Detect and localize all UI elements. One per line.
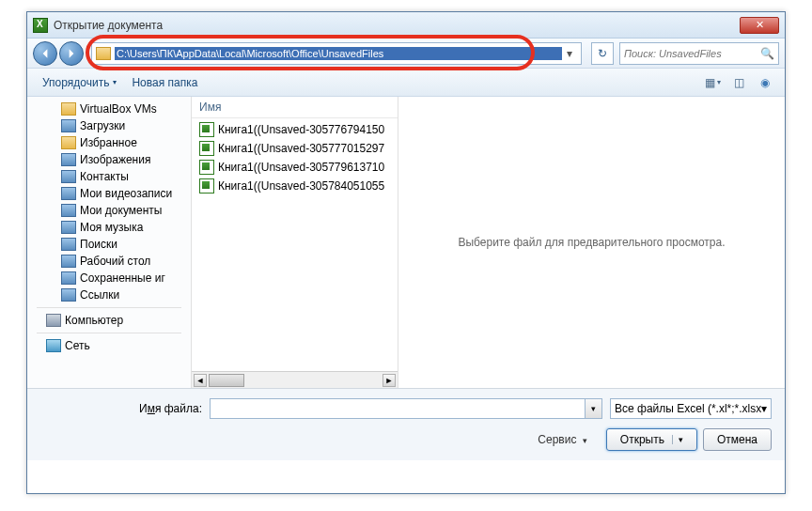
tree-item-network[interactable]: Сеть <box>27 337 191 354</box>
folder-icon <box>61 204 76 217</box>
new-folder-button[interactable]: Новая папка <box>124 72 205 93</box>
filename-input[interactable] <box>210 398 586 419</box>
chevron-down-icon: ▾ <box>113 78 117 86</box>
tree-label: Загрузки <box>80 119 125 132</box>
search-box[interactable]: 🔍 <box>619 42 779 65</box>
folder-icon <box>61 119 76 132</box>
open-label: Открыть <box>620 433 664 446</box>
tree-label: Сеть <box>65 339 90 352</box>
tree-item[interactable]: Мои документы <box>27 202 191 219</box>
open-file-dialog: Открытие документа ✕ ▾ ↻ 🔍 Упорядочить ▾… <box>26 11 786 494</box>
tree-item[interactable]: Моя музыка <box>27 219 191 236</box>
cancel-label: Отмена <box>717 433 757 446</box>
chevron-down-icon[interactable]: ▾ <box>672 435 683 444</box>
tree-label: Рабочий стол <box>80 255 150 268</box>
horizontal-scrollbar[interactable]: ◄ ► <box>192 371 398 388</box>
chevron-down-icon: ▾ <box>761 402 767 415</box>
tree-label: Мои документы <box>80 204 162 217</box>
tree-item[interactable]: Ссылки <box>27 286 191 303</box>
excel-file-icon <box>199 122 214 137</box>
file-item[interactable]: Книга1((Unsaved-305776794150 <box>192 120 398 139</box>
tree-label: Избранное <box>80 136 137 149</box>
scroll-thumb[interactable] <box>209 374 244 387</box>
folder-icon <box>61 238 76 251</box>
chevron-down-icon: ▾ <box>583 436 587 445</box>
file-name: Книга1((Unsaved-305776794150 <box>218 123 384 136</box>
tree-item[interactable]: Сохраненные иг <box>27 270 191 286</box>
view-mode-button[interactable]: ▦▾ <box>700 72 725 93</box>
tree-label: Сохраненные иг <box>80 271 165 285</box>
tree-item[interactable]: Избранное <box>27 134 191 151</box>
folder-icon <box>96 47 111 60</box>
toolbar: Упорядочить ▾ Новая папка ▦▾ ◫ ◉ <box>27 69 785 97</box>
excel-file-icon <box>199 160 214 175</box>
folder-icon <box>61 271 76 285</box>
network-icon <box>46 339 61 352</box>
file-type-filter[interactable]: Все файлы Excel (*.xl*;*.xlsx;*.xl ▾ <box>610 398 772 419</box>
cancel-button[interactable]: Отмена <box>703 428 772 451</box>
search-input[interactable] <box>624 48 758 59</box>
tree-label: Контакты <box>80 170 129 183</box>
scroll-right-button[interactable]: ► <box>383 374 396 387</box>
preview-pane-button[interactable]: ◫ <box>726 72 751 93</box>
address-dropdown[interactable]: ▾ <box>562 47 577 60</box>
refresh-button[interactable]: ↻ <box>591 42 614 65</box>
tree-label: Ссылки <box>80 288 119 302</box>
folder-icon <box>61 136 76 149</box>
tree-label: Компьютер <box>65 314 123 327</box>
tree-item[interactable]: Поиски <box>27 236 191 253</box>
folder-icon <box>61 170 76 183</box>
address-input[interactable] <box>115 47 562 60</box>
tree-item[interactable]: VirtualBox VMs <box>27 101 191 117</box>
open-button[interactable]: Открыть ▾ <box>606 428 697 451</box>
file-name: Книга1((Unsaved-305779613710 <box>218 161 384 174</box>
excel-app-icon <box>33 18 48 33</box>
folder-icon <box>61 153 76 166</box>
preview-placeholder: Выберите файл для предварительного просм… <box>458 236 725 249</box>
tree-item-computer[interactable]: Компьютер <box>27 312 191 329</box>
tree-label: Моя музыка <box>80 221 143 234</box>
tree-item[interactable]: Мои видеозаписи <box>27 185 191 202</box>
nav-bar: ▾ ↻ 🔍 <box>27 39 785 69</box>
nav-back-button[interactable] <box>33 41 57 66</box>
filename-label: Имя файла: <box>40 402 210 415</box>
search-icon: 🔍 <box>760 47 774 60</box>
tree-item[interactable]: Контакты <box>27 168 191 185</box>
new-folder-label: Новая папка <box>132 76 197 89</box>
tools-menu[interactable]: Сервис ▾ <box>532 429 592 450</box>
folder-tree[interactable]: VirtualBox VMs Загрузки Избранное Изобра… <box>27 97 192 388</box>
tree-item[interactable]: Рабочий стол <box>27 253 191 270</box>
file-list: Имя Книга1((Unsaved-305776794150 Книга1(… <box>192 97 398 388</box>
file-item[interactable]: Книга1((Unsaved-305779613710 <box>192 158 398 177</box>
file-name: Книга1((Unsaved-305784051055 <box>218 179 384 193</box>
bottom-panel: Имя файла: ▾ Все файлы Excel (*.xl*;*.xl… <box>27 388 785 460</box>
tree-label: Изображения <box>80 153 150 166</box>
help-button[interactable]: ◉ <box>753 72 777 93</box>
folder-icon <box>61 187 76 200</box>
tree-label: Мои видеозаписи <box>80 187 172 200</box>
scroll-left-button[interactable]: ◄ <box>194 374 207 387</box>
filename-dropdown[interactable]: ▾ <box>586 398 602 419</box>
tree-label: Поиски <box>80 238 117 251</box>
folder-icon <box>61 102 76 116</box>
tools-label: Сервис <box>538 433 576 446</box>
file-item[interactable]: Книга1((Unsaved-305784051055 <box>192 177 398 195</box>
tree-label: VirtualBox VMs <box>80 102 157 116</box>
titlebar: Открытие документа ✕ <box>27 12 785 39</box>
nav-forward-button[interactable] <box>59 41 84 66</box>
excel-file-icon <box>199 141 214 156</box>
file-item[interactable]: Книга1((Unsaved-305777015297 <box>192 139 398 158</box>
folder-icon <box>61 288 76 302</box>
computer-icon <box>46 314 61 327</box>
organize-menu[interactable]: Упорядочить ▾ <box>35 72 124 93</box>
window-title: Открытие документа <box>54 19 740 32</box>
preview-pane: Выберите файл для предварительного просм… <box>398 97 785 388</box>
close-button[interactable]: ✕ <box>740 17 779 34</box>
filter-label: Все файлы Excel (*.xl*;*.xlsx;*.xl <box>615 402 761 415</box>
address-bar[interactable]: ▾ <box>91 42 582 65</box>
tree-item[interactable]: Загрузки <box>27 117 191 134</box>
column-header-name[interactable]: Имя <box>192 97 398 118</box>
file-name: Книга1((Unsaved-305777015297 <box>218 142 384 155</box>
tree-item[interactable]: Изображения <box>27 151 191 168</box>
folder-icon <box>61 221 76 234</box>
